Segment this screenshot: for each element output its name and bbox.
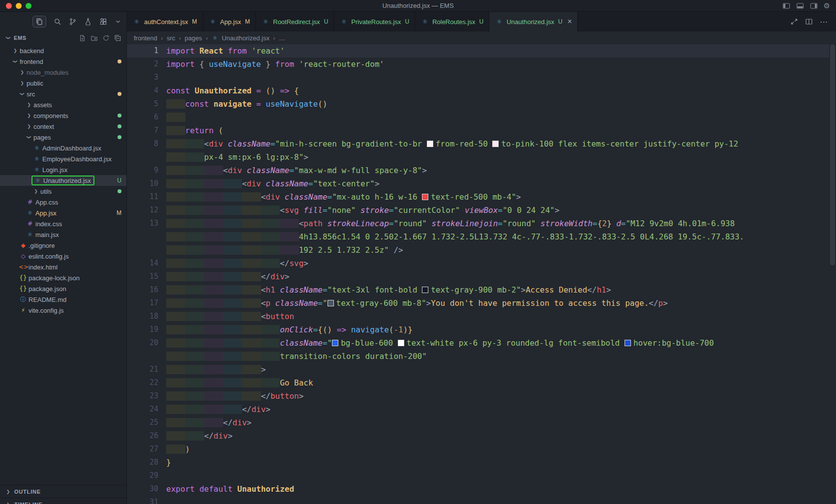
tree-file-eslint.config.js[interactable]: ◇eslint.config.js — [0, 251, 126, 262]
tree-file-index.css[interactable]: #index.css — [0, 218, 126, 229]
code-line[interactable]: 17 <p className="text-gray-600 mb-8">You… — [127, 296, 829, 310]
minimize-window-button[interactable] — [16, 3, 22, 9]
breadcrumb-item[interactable]: … — [279, 34, 285, 42]
toggle-secondary-sidebar-icon[interactable] — [810, 2, 818, 10]
code-line[interactable]: 20 className="bg-blue-600 text-white px-… — [127, 336, 829, 350]
code-line[interactable]: 4h13.856c1.54 0 2.502-1.667 1.732-2.5L13… — [127, 230, 829, 243]
code-line[interactable]: 11 <div className="mx-auto h-16 w-16 tex… — [127, 190, 829, 204]
editor-tab-Unauthorized.jsx[interactable]: ⚛Unauthorized.jsxU× — [489, 12, 578, 31]
refresh-icon[interactable] — [102, 34, 110, 42]
tree-file-package.json[interactable]: {}package.json — [0, 283, 126, 294]
tree-file-package-lock.json[interactable]: {}package-lock.json — [0, 272, 126, 283]
extensions-icon[interactable] — [99, 18, 107, 26]
timeline-section[interactable]: ❯ TIMELINE — [0, 498, 126, 504]
code-line[interactable]: 3 — [127, 71, 829, 84]
code-line[interactable]: 12 <svg fill="none" stroke="currentColor… — [127, 204, 829, 217]
tree-folder-pages[interactable]: ❯pages — [0, 132, 126, 143]
tree-file-Unauthorized.jsx[interactable]: ⚛Unauthorized.jsxU — [0, 175, 126, 186]
editor-tab-RoleRoutes.jsx[interactable]: ⚛RoleRoutes.jsxU — [415, 12, 489, 31]
code-line[interactable]: 4const Unauthorized = () => { — [127, 84, 829, 97]
tree-folder-assets[interactable]: ❯assets — [0, 99, 126, 110]
tree-folder-backend[interactable]: ❯backend — [0, 45, 126, 56]
tree-file-Login.jsx[interactable]: ⚛Login.jsx — [0, 164, 126, 175]
code-line[interactable]: transition-colors duration-200" — [127, 350, 829, 363]
chevron-down-icon[interactable] — [115, 18, 121, 25]
code-line[interactable]: 7 return ( — [127, 124, 829, 137]
tree-folder-utils[interactable]: ❯utils — [0, 186, 126, 197]
tree-file-main.jsx[interactable]: ⚛main.jsx — [0, 229, 126, 240]
tree-file-README.md[interactable]: ⓘREADME.md — [0, 294, 126, 305]
new-file-icon[interactable] — [79, 34, 86, 42]
tree-folder-components[interactable]: ❯components — [0, 110, 126, 121]
editor-tab-PrivateRoutes.jsx[interactable]: ⚛PrivateRoutes.jsxU — [334, 12, 415, 31]
open-changes-icon[interactable] — [790, 18, 798, 26]
code-line[interactable]: 6 — [127, 111, 829, 124]
tree-file-App.css[interactable]: #App.css — [0, 197, 126, 208]
code-line[interactable]: px-4 sm:px-6 lg:px-8"> — [127, 150, 829, 164]
code-text: } — [166, 456, 171, 469]
tree-folder-context[interactable]: ❯context — [0, 121, 126, 132]
breadcrumb-item[interactable]: pages — [184, 34, 202, 42]
search-icon[interactable] — [54, 18, 61, 26]
editor-tab-authContext.jsx[interactable]: ⚛authContext.jsxM — [127, 12, 203, 31]
explorer-view-icon[interactable] — [32, 16, 46, 28]
toggle-panel-icon[interactable] — [796, 2, 804, 10]
code-line[interactable]: 8 <div className="min-h-screen bg-gradie… — [127, 137, 829, 150]
code-line[interactable]: 1import React from 'react' — [127, 44, 829, 58]
settings-gear-icon[interactable]: ⚙ — [824, 1, 830, 10]
code-line[interactable]: 15 </div> — [127, 270, 829, 283]
code-line[interactable]: 31 — [127, 496, 829, 504]
source-control-icon[interactable] — [69, 18, 77, 26]
test-beaker-icon[interactable] — [84, 18, 92, 26]
tree-file-AdminDashboard.jsx[interactable]: ⚛AdminDashboard.jsx — [0, 143, 126, 153]
code-line[interactable]: 23 </button> — [127, 389, 829, 403]
code-line[interactable]: 21 > — [127, 363, 829, 376]
code-line[interactable]: 10 <div className="text-center"> — [127, 177, 829, 190]
breadcrumb-item[interactable]: Unauthorized.jsx — [222, 34, 269, 42]
split-editor-icon[interactable] — [805, 18, 813, 26]
tree-folder-node_modules[interactable]: ❯node_modules — [0, 67, 126, 78]
tree-file-index.html[interactable]: <>index.html — [0, 262, 126, 272]
code-line[interactable]: 30export default Unauthorized — [127, 482, 829, 496]
code-line[interactable]: 18 <button — [127, 310, 829, 323]
explorer-section-header[interactable]: ❯ EMS — [0, 31, 126, 44]
code-editor[interactable]: 1import React from 'react'2import { useN… — [127, 44, 836, 504]
editor-scrollbar[interactable] — [829, 44, 836, 504]
code-line[interactable]: 27 ) — [127, 443, 829, 456]
toggle-primary-sidebar-icon[interactable] — [782, 2, 790, 10]
tree-folder-src[interactable]: ❯src — [0, 89, 126, 99]
tree-file-App.jsx[interactable]: ⚛App.jsxM — [0, 208, 126, 218]
code-line[interactable]: 13 <path strokeLinecap="round" strokeLin… — [127, 217, 829, 230]
breadcrumb-item[interactable]: frontend — [134, 34, 157, 42]
code-token: } — [607, 219, 612, 228]
close-icon[interactable]: × — [567, 18, 572, 26]
code-line[interactable]: 25 </div> — [127, 416, 829, 429]
code-line[interactable]: 19 onClick={() => navigate(-1)} — [127, 323, 829, 336]
code-line[interactable]: 9 <div className="max-w-md w-full space-… — [127, 164, 829, 177]
tree-folder-public[interactable]: ❯public — [0, 78, 126, 89]
editor-tab-App.jsx[interactable]: ⚛App.jsxM — [203, 12, 256, 31]
zoom-window-button[interactable] — [26, 3, 31, 9]
tree-file-.gitignore[interactable]: ◆.gitignore — [0, 240, 126, 251]
collapse-folders-icon[interactable] — [114, 34, 121, 42]
tree-folder-frontend[interactable]: ❯frontend — [0, 56, 126, 67]
tree-file-vite.config.js[interactable]: ⚡vite.config.js — [0, 305, 126, 316]
code-line[interactable]: 2import { useNavigate } from 'react-rout… — [127, 58, 829, 71]
close-window-button[interactable] — [6, 3, 12, 9]
code-line[interactable]: 14 </svg> — [127, 257, 829, 270]
code-line[interactable]: 26 </div> — [127, 429, 829, 443]
code-line[interactable]: 29 — [127, 469, 829, 482]
new-folder-icon[interactable] — [90, 34, 98, 42]
breadcrumb-item[interactable]: src — [167, 34, 175, 42]
more-actions-icon[interactable]: ⋯ — [820, 17, 828, 27]
editor-tab-RootRedirect.jsx[interactable]: ⚛RootRedirect.jsxU — [256, 12, 334, 31]
code-line[interactable]: 24 </div> — [127, 403, 829, 416]
tree-file-EmployeeDashboard.jsx[interactable]: ⚛EmployeeDashboard.jsx — [0, 153, 126, 164]
code-line[interactable]: 192 2.5 1.732 2.5z" /> — [127, 243, 829, 257]
code-line[interactable]: 28} — [127, 456, 829, 469]
code-line[interactable]: 22 Go Back — [127, 376, 829, 389]
outline-section[interactable]: ❯ OUTLINE — [0, 485, 126, 498]
code-line[interactable]: 5 const navigate = useNavigate() — [127, 97, 829, 111]
code-line[interactable]: 16 <h1 className="text-3xl font-bold tex… — [127, 283, 829, 296]
scrollbar-thumb[interactable] — [830, 44, 835, 266]
